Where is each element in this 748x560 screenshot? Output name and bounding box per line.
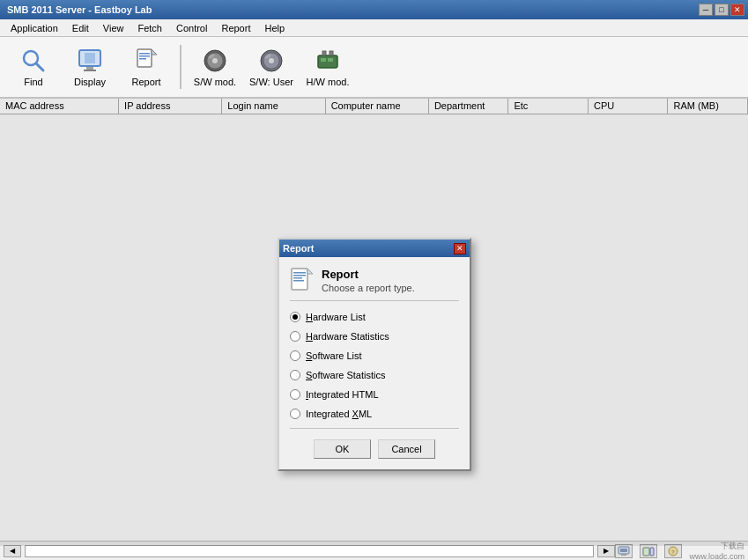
status-scroll-left[interactable]: ◀	[4, 545, 21, 557]
menu-view[interactable]: View	[96, 21, 131, 35]
minimize-button[interactable]: ─	[699, 4, 713, 16]
report-button[interactable]: Report	[120, 41, 173, 93]
dialog-subtitle: Choose a report type.	[322, 283, 415, 293]
hwmod-icon	[314, 47, 342, 75]
watermark-line2: www.loadc.com	[689, 552, 744, 560]
svg-rect-24	[292, 269, 307, 290]
radio-hw-list-input[interactable]	[290, 312, 300, 322]
title-bar: SMB 2011 Server - Eastboy Lab ─ □ ✕	[0, 0, 748, 19]
swuser-button[interactable]: S/W: User	[245, 41, 298, 93]
find-label: Find	[24, 77, 42, 87]
content-area: Report ✕	[0, 114, 748, 546]
radio-hw-stats[interactable]: Hardware Statistics	[290, 331, 459, 342]
dialog-title: Report	[283, 243, 314, 254]
hwmod-label: H/W mod.	[307, 77, 350, 87]
find-button[interactable]: Find	[7, 41, 60, 93]
report-icon	[132, 47, 160, 75]
radio-sw-stats-input[interactable]	[290, 370, 300, 380]
swuser-label: S/W: User	[249, 77, 293, 87]
status-scroll-right[interactable]: ▶	[597, 545, 615, 557]
dialog-header: Report Choose a report type.	[290, 268, 459, 301]
menu-edit[interactable]: Edit	[65, 21, 96, 35]
menu-report[interactable]: Report	[214, 21, 257, 35]
cancel-button[interactable]: Cancel	[378, 439, 435, 459]
radio-hw-stats-input[interactable]	[290, 331, 300, 342]
dialog-title-bar: Report ✕	[279, 239, 470, 257]
status-scroll-track	[25, 545, 594, 557]
svg-point-17	[269, 58, 274, 63]
svg-rect-28	[293, 280, 304, 282]
radio-sw-list-label: Software List	[306, 350, 362, 361]
radio-sw-list-input[interactable]	[290, 350, 300, 361]
svg-rect-23	[330, 51, 333, 55]
col-ram: RAM (MB)	[668, 99, 748, 114]
radio-int-html[interactable]: Integrated HTML	[290, 389, 459, 400]
app-window: SMB 2011 Server - Eastboy Lab ─ □ ✕ Appl…	[0, 0, 748, 560]
svg-point-13	[212, 58, 218, 63]
radio-sw-stats[interactable]: Software Statistics	[290, 370, 459, 380]
dialog-header-text: Report Choose a report type.	[322, 268, 415, 293]
svg-rect-26	[293, 275, 306, 276]
menu-application[interactable]: Application	[4, 21, 65, 35]
radio-hw-stats-label: Hardware Statistics	[306, 331, 389, 342]
display-button[interactable]: Display	[63, 41, 116, 93]
svg-rect-9	[139, 58, 146, 60]
col-ip: IP address	[119, 99, 222, 114]
radio-int-xml-label: Integrated XML	[306, 409, 372, 419]
modal-overlay: Report ✕	[0, 114, 748, 546]
toolbar-sep-1	[180, 45, 181, 89]
col-dept: Department	[429, 99, 509, 114]
svg-rect-27	[293, 277, 302, 279]
radio-hw-list-label: Hardware List	[306, 312, 366, 322]
report-icon-large	[290, 268, 315, 292]
close-button[interactable]: ✕	[730, 4, 744, 16]
svg-rect-31	[620, 549, 627, 552]
menu-fetch[interactable]: Fetch	[130, 21, 169, 35]
display-label: Display	[74, 77, 106, 87]
dialog-content: Report Choose a report type. Hardware Li…	[279, 257, 470, 469]
col-mac: MAC address	[0, 99, 119, 114]
swmod-button[interactable]: S/W mod.	[189, 41, 241, 93]
menu-control[interactable]: Control	[169, 21, 214, 35]
radio-int-xml-input[interactable]	[290, 409, 300, 419]
svg-rect-4	[86, 67, 93, 70]
svg-rect-33	[643, 548, 649, 556]
menu-help[interactable]: Help	[257, 21, 292, 35]
col-computer: Computer name	[326, 99, 429, 114]
swmod-icon	[201, 47, 229, 75]
svg-rect-21	[328, 58, 333, 62]
radio-int-xml[interactable]: Integrated XML	[290, 409, 459, 419]
report-type-group: Hardware List Hardware Statistics Softwa…	[290, 312, 459, 419]
column-headers: MAC address IP address Login name Comput…	[0, 99, 748, 114]
svg-rect-32	[621, 554, 626, 556]
maximize-button[interactable]: □	[715, 4, 729, 16]
svg-rect-20	[321, 58, 326, 62]
radio-hw-list[interactable]: Hardware List	[290, 312, 459, 322]
col-cpu: CPU	[589, 99, 669, 114]
window-controls: ─ □ ✕	[699, 4, 744, 16]
dialog-main-title: Report	[322, 268, 415, 281]
col-etc: Etc	[508, 99, 589, 114]
report-label: Report	[131, 77, 160, 87]
find-icon	[19, 47, 48, 75]
svg-rect-22	[322, 51, 326, 55]
svg-marker-10	[152, 49, 157, 55]
hwmod-button[interactable]: H/W mod.	[301, 41, 354, 93]
dialog-close-button[interactable]: ✕	[454, 243, 466, 254]
swuser-icon	[257, 47, 285, 75]
svg-marker-29	[307, 269, 313, 274]
radio-sw-stats-label: Software Statistics	[306, 370, 385, 380]
radio-int-html-label: Integrated HTML	[306, 389, 379, 400]
display-icon	[76, 47, 104, 75]
ok-button[interactable]: OK	[314, 439, 371, 459]
svg-rect-7	[139, 53, 150, 55]
window-title: SMB 2011 Server - Eastboy Lab	[4, 4, 152, 15]
svg-rect-5	[84, 70, 96, 71]
radio-int-html-input[interactable]	[290, 389, 300, 400]
radio-sw-list[interactable]: Software List	[290, 350, 459, 361]
svg-rect-34	[650, 548, 654, 556]
svg-rect-25	[293, 272, 306, 274]
svg-rect-8	[139, 55, 150, 57]
col-login: Login name	[222, 99, 325, 114]
svg-line-1	[36, 63, 43, 70]
